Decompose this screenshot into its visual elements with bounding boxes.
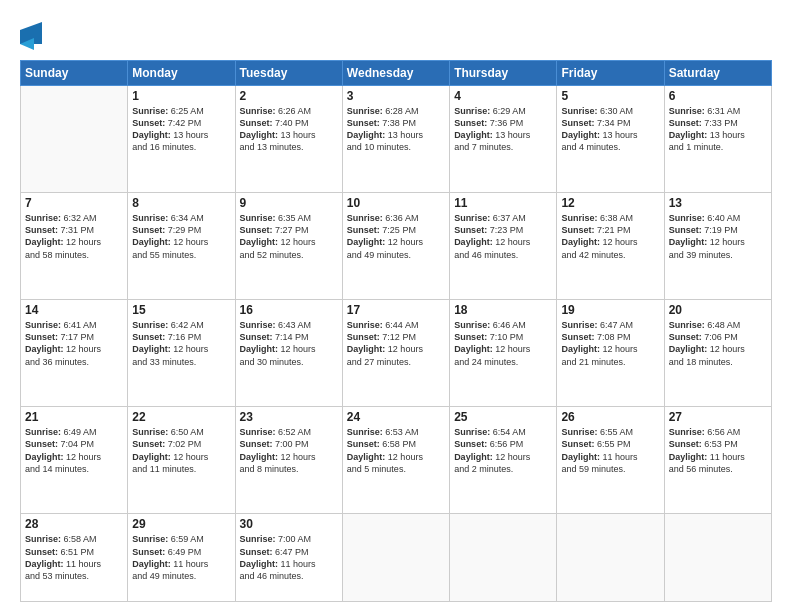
day-number: 9 xyxy=(240,196,338,210)
day-number: 23 xyxy=(240,410,338,424)
calendar-cell xyxy=(557,514,664,602)
day-number: 10 xyxy=(347,196,445,210)
day-number: 18 xyxy=(454,303,552,317)
calendar-cell: 3Sunrise: 6:28 AMSunset: 7:38 PMDaylight… xyxy=(342,86,449,193)
day-number: 17 xyxy=(347,303,445,317)
day-content: Sunrise: 6:31 AMSunset: 7:33 PMDaylight:… xyxy=(669,105,767,154)
calendar-cell: 21Sunrise: 6:49 AMSunset: 7:04 PMDayligh… xyxy=(21,407,128,514)
calendar-cell: 24Sunrise: 6:53 AMSunset: 6:58 PMDayligh… xyxy=(342,407,449,514)
day-number: 22 xyxy=(132,410,230,424)
calendar-cell xyxy=(21,86,128,193)
page: SundayMondayTuesdayWednesdayThursdayFrid… xyxy=(0,0,792,612)
day-content: Sunrise: 6:54 AMSunset: 6:56 PMDaylight:… xyxy=(454,426,552,475)
calendar-cell: 30Sunrise: 7:00 AMSunset: 6:47 PMDayligh… xyxy=(235,514,342,602)
calendar-cell: 6Sunrise: 6:31 AMSunset: 7:33 PMDaylight… xyxy=(664,86,771,193)
logo xyxy=(20,22,44,52)
calendar-cell: 11Sunrise: 6:37 AMSunset: 7:23 PMDayligh… xyxy=(450,193,557,300)
day-number: 13 xyxy=(669,196,767,210)
day-content: Sunrise: 6:48 AMSunset: 7:06 PMDaylight:… xyxy=(669,319,767,368)
day-content: Sunrise: 7:00 AMSunset: 6:47 PMDaylight:… xyxy=(240,533,338,582)
calendar-week-row: 21Sunrise: 6:49 AMSunset: 7:04 PMDayligh… xyxy=(21,407,772,514)
day-content: Sunrise: 6:41 AMSunset: 7:17 PMDaylight:… xyxy=(25,319,123,368)
weekday-header-row: SundayMondayTuesdayWednesdayThursdayFrid… xyxy=(21,61,772,86)
day-content: Sunrise: 6:42 AMSunset: 7:16 PMDaylight:… xyxy=(132,319,230,368)
header xyxy=(20,18,772,52)
calendar-cell: 5Sunrise: 6:30 AMSunset: 7:34 PMDaylight… xyxy=(557,86,664,193)
day-number: 11 xyxy=(454,196,552,210)
day-content: Sunrise: 6:47 AMSunset: 7:08 PMDaylight:… xyxy=(561,319,659,368)
calendar-cell: 12Sunrise: 6:38 AMSunset: 7:21 PMDayligh… xyxy=(557,193,664,300)
day-content: Sunrise: 6:44 AMSunset: 7:12 PMDaylight:… xyxy=(347,319,445,368)
day-number: 8 xyxy=(132,196,230,210)
day-content: Sunrise: 6:52 AMSunset: 7:00 PMDaylight:… xyxy=(240,426,338,475)
day-number: 4 xyxy=(454,89,552,103)
calendar-cell: 23Sunrise: 6:52 AMSunset: 7:00 PMDayligh… xyxy=(235,407,342,514)
day-content: Sunrise: 6:25 AMSunset: 7:42 PMDaylight:… xyxy=(132,105,230,154)
day-number: 30 xyxy=(240,517,338,531)
day-number: 1 xyxy=(132,89,230,103)
calendar-cell xyxy=(450,514,557,602)
day-number: 21 xyxy=(25,410,123,424)
day-number: 28 xyxy=(25,517,123,531)
logo-icon xyxy=(20,22,42,52)
day-content: Sunrise: 6:32 AMSunset: 7:31 PMDaylight:… xyxy=(25,212,123,261)
weekday-header-monday: Monday xyxy=(128,61,235,86)
day-number: 26 xyxy=(561,410,659,424)
day-number: 6 xyxy=(669,89,767,103)
day-number: 20 xyxy=(669,303,767,317)
calendar-cell: 26Sunrise: 6:55 AMSunset: 6:55 PMDayligh… xyxy=(557,407,664,514)
calendar-cell: 18Sunrise: 6:46 AMSunset: 7:10 PMDayligh… xyxy=(450,300,557,407)
day-content: Sunrise: 6:28 AMSunset: 7:38 PMDaylight:… xyxy=(347,105,445,154)
calendar-week-row: 28Sunrise: 6:58 AMSunset: 6:51 PMDayligh… xyxy=(21,514,772,602)
calendar-cell: 19Sunrise: 6:47 AMSunset: 7:08 PMDayligh… xyxy=(557,300,664,407)
day-content: Sunrise: 6:59 AMSunset: 6:49 PMDaylight:… xyxy=(132,533,230,582)
day-number: 27 xyxy=(669,410,767,424)
day-content: Sunrise: 6:36 AMSunset: 7:25 PMDaylight:… xyxy=(347,212,445,261)
weekday-header-wednesday: Wednesday xyxy=(342,61,449,86)
weekday-header-saturday: Saturday xyxy=(664,61,771,86)
calendar-week-row: 1Sunrise: 6:25 AMSunset: 7:42 PMDaylight… xyxy=(21,86,772,193)
day-content: Sunrise: 6:30 AMSunset: 7:34 PMDaylight:… xyxy=(561,105,659,154)
calendar-cell: 29Sunrise: 6:59 AMSunset: 6:49 PMDayligh… xyxy=(128,514,235,602)
calendar-cell: 10Sunrise: 6:36 AMSunset: 7:25 PMDayligh… xyxy=(342,193,449,300)
day-content: Sunrise: 6:26 AMSunset: 7:40 PMDaylight:… xyxy=(240,105,338,154)
day-number: 15 xyxy=(132,303,230,317)
calendar-cell: 17Sunrise: 6:44 AMSunset: 7:12 PMDayligh… xyxy=(342,300,449,407)
day-number: 29 xyxy=(132,517,230,531)
calendar-cell: 14Sunrise: 6:41 AMSunset: 7:17 PMDayligh… xyxy=(21,300,128,407)
day-content: Sunrise: 6:38 AMSunset: 7:21 PMDaylight:… xyxy=(561,212,659,261)
day-number: 25 xyxy=(454,410,552,424)
day-number: 14 xyxy=(25,303,123,317)
day-content: Sunrise: 6:58 AMSunset: 6:51 PMDaylight:… xyxy=(25,533,123,582)
calendar-week-row: 7Sunrise: 6:32 AMSunset: 7:31 PMDaylight… xyxy=(21,193,772,300)
day-content: Sunrise: 6:43 AMSunset: 7:14 PMDaylight:… xyxy=(240,319,338,368)
calendar-cell: 20Sunrise: 6:48 AMSunset: 7:06 PMDayligh… xyxy=(664,300,771,407)
day-number: 3 xyxy=(347,89,445,103)
day-content: Sunrise: 6:40 AMSunset: 7:19 PMDaylight:… xyxy=(669,212,767,261)
day-content: Sunrise: 6:29 AMSunset: 7:36 PMDaylight:… xyxy=(454,105,552,154)
day-number: 12 xyxy=(561,196,659,210)
calendar-week-row: 14Sunrise: 6:41 AMSunset: 7:17 PMDayligh… xyxy=(21,300,772,407)
day-content: Sunrise: 6:55 AMSunset: 6:55 PMDaylight:… xyxy=(561,426,659,475)
calendar-cell: 15Sunrise: 6:42 AMSunset: 7:16 PMDayligh… xyxy=(128,300,235,407)
calendar-cell: 28Sunrise: 6:58 AMSunset: 6:51 PMDayligh… xyxy=(21,514,128,602)
calendar-table: SundayMondayTuesdayWednesdayThursdayFrid… xyxy=(20,60,772,602)
day-number: 24 xyxy=(347,410,445,424)
calendar-cell: 7Sunrise: 6:32 AMSunset: 7:31 PMDaylight… xyxy=(21,193,128,300)
weekday-header-friday: Friday xyxy=(557,61,664,86)
day-content: Sunrise: 6:34 AMSunset: 7:29 PMDaylight:… xyxy=(132,212,230,261)
day-number: 19 xyxy=(561,303,659,317)
day-content: Sunrise: 6:53 AMSunset: 6:58 PMDaylight:… xyxy=(347,426,445,475)
calendar-cell: 9Sunrise: 6:35 AMSunset: 7:27 PMDaylight… xyxy=(235,193,342,300)
calendar-cell: 4Sunrise: 6:29 AMSunset: 7:36 PMDaylight… xyxy=(450,86,557,193)
calendar-cell: 25Sunrise: 6:54 AMSunset: 6:56 PMDayligh… xyxy=(450,407,557,514)
calendar-cell: 8Sunrise: 6:34 AMSunset: 7:29 PMDaylight… xyxy=(128,193,235,300)
day-number: 2 xyxy=(240,89,338,103)
day-content: Sunrise: 6:49 AMSunset: 7:04 PMDaylight:… xyxy=(25,426,123,475)
day-content: Sunrise: 6:56 AMSunset: 6:53 PMDaylight:… xyxy=(669,426,767,475)
calendar-cell xyxy=(342,514,449,602)
calendar-cell: 1Sunrise: 6:25 AMSunset: 7:42 PMDaylight… xyxy=(128,86,235,193)
day-number: 7 xyxy=(25,196,123,210)
calendar-cell: 22Sunrise: 6:50 AMSunset: 7:02 PMDayligh… xyxy=(128,407,235,514)
day-number: 16 xyxy=(240,303,338,317)
